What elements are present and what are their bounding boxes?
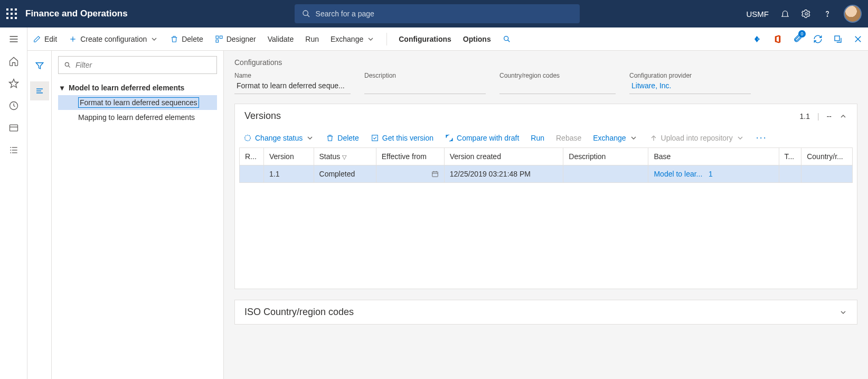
chevron-down-icon[interactable] (839, 308, 847, 317)
global-search[interactable]: Search for a page (295, 4, 580, 23)
office-icon[interactable] (773, 34, 782, 44)
versions-header[interactable]: Versions 1.1 | -- (235, 104, 857, 128)
cell-description[interactable] (563, 165, 648, 183)
app-launcher-icon[interactable] (6, 8, 17, 19)
nav-rail (0, 27, 27, 379)
refresh-icon[interactable] (813, 34, 823, 44)
name-label: Name (234, 72, 351, 79)
cell-created[interactable]: 12/25/2019 03:21:48 PM (444, 165, 563, 183)
hamburger-icon[interactable] (8, 34, 19, 44)
page-heading: Configurations (234, 58, 857, 67)
version-delete-button[interactable]: Delete (326, 134, 358, 142)
compare-button[interactable]: Compare with draft (445, 134, 519, 142)
configurations-tab[interactable]: Configurations (399, 35, 451, 43)
company-code[interactable]: USMF (747, 10, 769, 19)
col-version[interactable]: Version (263, 148, 314, 165)
versions-title: Versions (244, 110, 281, 122)
tree-node-label: Format to learn deferred sequences (78, 97, 199, 108)
cell-base[interactable]: Model to lear... 1 (648, 165, 779, 183)
power-apps-icon[interactable] (753, 34, 762, 44)
validate-button[interactable]: Validate (268, 35, 294, 43)
col-r[interactable]: R... (240, 148, 264, 165)
workspace-icon[interactable] (8, 123, 19, 133)
upload-repo-button: Upload into repository (649, 134, 744, 142)
description-value[interactable] (364, 80, 486, 94)
global-header: Finance and Operations Search for a page… (0, 0, 868, 27)
table-row[interactable]: 1.1 Completed 12/25/2019 03:21:48 PM (240, 165, 853, 183)
bell-icon[interactable] (780, 9, 790, 19)
designer-button[interactable]: Designer (215, 35, 256, 43)
col-created[interactable]: Version created (444, 148, 563, 165)
search-icon (302, 10, 310, 18)
version-exchange-button[interactable]: Exchange (593, 134, 637, 142)
chevron-down-icon (150, 35, 158, 43)
tree-parent-node[interactable]: ▾ Model to learn deferred elements (58, 80, 217, 95)
action-pane: Edit Create configuration Delete Designe… (27, 27, 868, 51)
cell-effective[interactable] (376, 165, 444, 183)
svg-rect-20 (220, 36, 222, 39)
version-dash: -- (827, 112, 832, 121)
country-value[interactable] (499, 80, 616, 94)
cell-version[interactable]: 1.1 (263, 165, 314, 183)
user-avatar[interactable] (844, 5, 862, 23)
col-country[interactable]: Country/r... (801, 148, 853, 165)
svg-rect-34 (372, 135, 378, 141)
app-title: Finance and Operations (25, 8, 128, 19)
home-icon[interactable] (8, 56, 19, 67)
svg-point-3 (827, 16, 827, 16)
calendar-icon[interactable] (431, 170, 439, 178)
create-configuration-button[interactable]: Create configuration (69, 35, 158, 43)
iso-title: ISO Country/region codes (244, 307, 354, 318)
details-pane: Configurations Name Format to learn defe… (224, 51, 868, 379)
tree-node-label: Model to learn deferred elements (69, 84, 184, 92)
current-version: 1.1 (800, 112, 810, 121)
col-status[interactable]: Status▽ (314, 148, 376, 165)
search-action-icon[interactable] (503, 35, 511, 43)
col-base[interactable]: Base (648, 148, 779, 165)
search-placeholder: Search for a page (316, 10, 374, 18)
versions-panel: Versions 1.1 | -- Change status (234, 104, 857, 289)
col-t[interactable]: T... (779, 148, 801, 165)
popout-icon[interactable] (833, 34, 843, 44)
provider-label: Configuration provider (629, 72, 751, 79)
description-label: Description (364, 72, 486, 79)
tree-filter-input[interactable] (76, 61, 211, 69)
grid-header-row: R... Version Status▽ Effective from Vers… (240, 148, 853, 165)
gear-icon[interactable] (801, 9, 811, 19)
svg-rect-21 (216, 40, 219, 42)
list-view-icon[interactable] (30, 81, 49, 100)
tree-child-mapping[interactable]: Mapping to learn deferred elements (58, 110, 217, 125)
star-icon[interactable] (8, 78, 19, 89)
delete-button[interactable]: Delete (170, 35, 203, 43)
chevron-up-icon[interactable] (839, 112, 847, 121)
tree-filter[interactable] (58, 56, 217, 74)
versions-grid: R... Version Status▽ Effective from Vers… (239, 147, 853, 183)
tree-child-format[interactable]: Format to learn deferred sequences (58, 95, 217, 110)
svg-rect-9 (10, 125, 17, 131)
help-icon[interactable] (823, 9, 832, 19)
col-effective[interactable]: Effective from (376, 148, 444, 165)
version-run-button[interactable]: Run (531, 134, 544, 142)
options-tab[interactable]: Options (463, 35, 491, 43)
exchange-button[interactable]: Exchange (331, 35, 375, 43)
modules-icon[interactable] (8, 145, 19, 155)
svg-point-0 (303, 11, 308, 15)
country-label: Country/region codes (499, 72, 616, 79)
name-value[interactable]: Format to learn deferred seque... (234, 80, 351, 94)
close-icon[interactable] (853, 34, 863, 44)
change-status-button[interactable]: Change status (243, 134, 314, 142)
recent-icon[interactable] (8, 100, 19, 111)
svg-point-33 (245, 135, 251, 141)
filter-icon[interactable] (30, 56, 49, 75)
svg-line-1 (307, 15, 309, 17)
col-description[interactable]: Description (563, 148, 648, 165)
edit-button[interactable]: Edit (33, 35, 57, 43)
more-actions-button[interactable]: ··· (756, 132, 767, 143)
cell-status[interactable]: Completed (314, 165, 376, 183)
divider (386, 33, 387, 45)
get-version-button[interactable]: Get this version (371, 134, 433, 142)
iso-header[interactable]: ISO Country/region codes (235, 300, 857, 324)
attachments-button[interactable]: 0 (793, 33, 803, 44)
run-button[interactable]: Run (305, 35, 319, 43)
provider-value[interactable]: Litware, Inc. (629, 80, 751, 94)
